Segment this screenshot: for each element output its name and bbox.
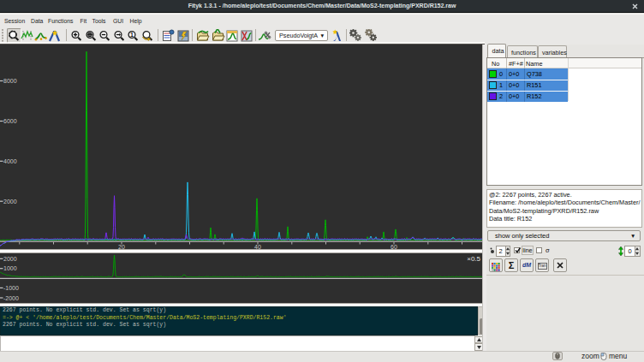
svg-text:×0.5: ×0.5 xyxy=(467,255,480,263)
svg-text:4000: 4000 xyxy=(3,158,17,164)
svg-text:-1000: -1000 xyxy=(3,285,19,291)
svg-text:1000: 1000 xyxy=(3,265,17,271)
svg-text:8000: 8000 xyxy=(3,78,17,84)
svg-text:1: 1 xyxy=(130,32,134,38)
svg-text:2000: 2000 xyxy=(3,199,17,205)
svg-text:6000: 6000 xyxy=(3,118,17,124)
svg-text:2000: 2000 xyxy=(3,256,17,262)
svg-text:-2000: -2000 xyxy=(3,295,19,301)
